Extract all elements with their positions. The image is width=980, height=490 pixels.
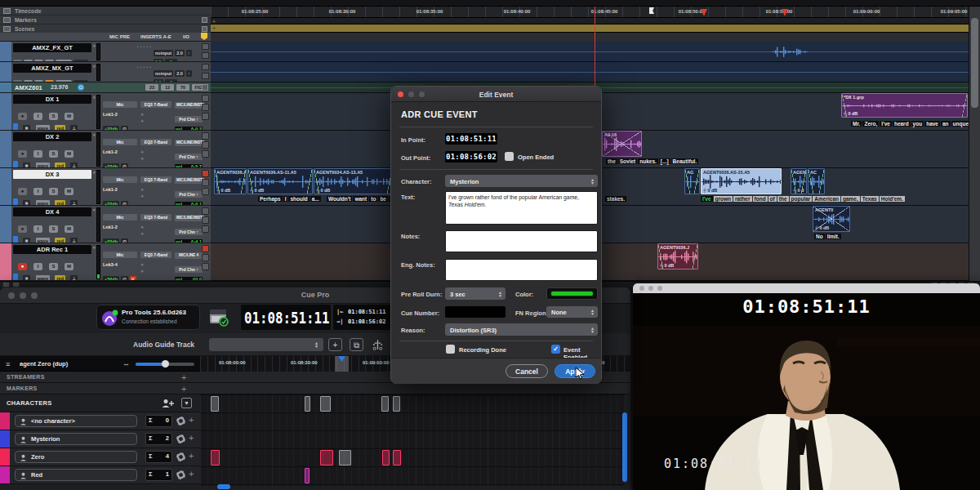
markers-row[interactable]: MARKERS+ (0, 383, 630, 394)
duplicate-cue-button[interactable]: ⧉ (350, 338, 363, 351)
add-character-icon[interactable] (162, 399, 175, 408)
audio-clip[interactable]: AG (684, 168, 700, 194)
split-cue-icon[interactable] (371, 338, 385, 351)
timebase-icon[interactable] (13, 198, 18, 205)
cue-event-block[interactable] (393, 450, 401, 466)
track-chip[interactable]: 23 (145, 84, 158, 91)
insert-plugin-button[interactable]: EQ3 7-Band (140, 139, 172, 145)
view-mode-button[interactable]: wave (36, 275, 50, 281)
add-button[interactable] (202, 150, 209, 158)
automation-mode-button[interactable]: red (55, 163, 65, 168)
track-header-adr-rec-1[interactable]: ADR Rec 1▾●ISM ✳ wave red ⊥Mic Lnk3-4 +5… (0, 243, 211, 281)
add-cue-icon[interactable]: + (189, 433, 194, 443)
audio-clip[interactable]: AGENT0036.J ╪ 0 dB (657, 243, 698, 270)
add-cue-icon[interactable]: + (189, 415, 194, 425)
track-header-dx-2[interactable]: DX 2▾●ISM ✳ wave red ⊥Mic Lnk1-2 +22db∅E… (0, 131, 211, 168)
add-cue-button[interactable]: + (328, 338, 342, 351)
io-output-button[interactable]: Prd Chn ↑ (175, 229, 203, 235)
track-header-amxz_mx_gt[interactable]: AMXZ_MX_GT▾●ISMwavereadnoinput2.0↑0.0◂ 0… (0, 62, 211, 82)
character-name-pill[interactable]: Zero (15, 451, 137, 463)
lane-amxz_fx_gt[interactable] (211, 42, 969, 62)
audio-guide-track-select[interactable]: ▲▼ (209, 338, 323, 351)
cue-event-block[interactable] (320, 450, 333, 466)
track-name[interactable]: DX 3 (13, 170, 91, 179)
edit-bottom-tool-icon[interactable] (12, 282, 20, 287)
add-cue-icon[interactable]: + (189, 469, 194, 479)
minimize-icon[interactable] (648, 286, 653, 291)
character-name-pill[interactable]: <no character> (15, 415, 137, 427)
sync-icon[interactable]: O (78, 84, 84, 91)
track-header-amxz601[interactable]: AMXZ60123.976O231270FIG (0, 82, 211, 93)
notes-field[interactable] (445, 230, 598, 252)
track-menu-caret[interactable]: ▾ (93, 64, 96, 69)
track-end-button[interactable] (202, 64, 209, 70)
markers-add-icon[interactable]: + (212, 19, 216, 24)
insert-plugin-button[interactable]: EQ3 7-Band (140, 252, 172, 258)
recording-done-checkbox[interactable] (446, 345, 455, 354)
elastic-icon[interactable]: ✳ (23, 238, 30, 243)
output-icon[interactable]: ⊥ (70, 275, 78, 281)
cue-event-block[interactable] (339, 450, 351, 466)
io-output-button[interactable]: Prd Chn ↑ (175, 266, 203, 273)
character-row-nocharacter[interactable]: <no character>Σ0+ (0, 412, 200, 430)
h-zoom-icon[interactable]: ↔ (122, 359, 130, 368)
zoom-slider[interactable] (136, 363, 194, 366)
ruler-option-icon[interactable] (202, 26, 207, 32)
scenes-lane[interactable] (211, 24, 969, 33)
cue-event-block[interactable] (211, 396, 219, 412)
edit-vertical-scrollbar[interactable] (969, 7, 980, 281)
output-icon[interactable]: ⊥ (70, 163, 78, 168)
add-button[interactable] (202, 188, 209, 195)
elastic-icon[interactable]: ✳ (23, 275, 30, 281)
audio-clip[interactable]: AGENT0036.AS-11.A5 ╪ 0 dB (247, 168, 313, 194)
character-row-Red[interactable]: RedΣ1+ (0, 466, 200, 484)
ruler-row-markers[interactable]: Markers (0, 16, 211, 24)
cue-event-block[interactable] (305, 396, 310, 412)
audio-clip[interactable]: AGENT0034.AS-13.A5 ╪ 0 dB (314, 168, 393, 194)
route-up-icon[interactable]: ↑ (186, 70, 192, 77)
playlist-button[interactable] (202, 141, 209, 149)
eng-notes-field[interactable] (445, 259, 598, 281)
insert-plugin-button[interactable]: EQ3 7-Band (140, 101, 172, 108)
track-header-dx-3[interactable]: DX 3▾●ISM ✳ wave red ⊥Mic Lnk1-2 +22db∅E… (0, 168, 211, 206)
window-button[interactable] (202, 245, 209, 252)
audio-clip[interactable]: A3-16 (602, 131, 642, 157)
lane-amxz_mx_gt[interactable] (211, 62, 969, 82)
ruler-option-icon[interactable] (202, 17, 207, 23)
cue-event-block[interactable] (211, 450, 220, 466)
io-input-button[interactable]: MIC/LINE 4 (175, 252, 203, 259)
add-button[interactable] (202, 113, 209, 120)
close-icon[interactable] (639, 286, 644, 291)
automation-mode-button[interactable]: red (55, 275, 65, 281)
dialog-titlebar[interactable]: Edit Event (391, 87, 601, 102)
view-mode-button[interactable]: wave (36, 200, 50, 206)
filter-icon[interactable]: ▼ (181, 398, 192, 408)
character-select[interactable]: Mysterion▲▼ (445, 175, 598, 187)
insert-plugin-button[interactable]: EQ3 7-Band (140, 176, 172, 183)
audio-clip[interactable]: AGENT0 ╪ 0 dB (813, 206, 850, 232)
window-button[interactable] (202, 170, 209, 177)
track-menu-caret[interactable]: ▾ (93, 170, 96, 175)
clapperboard-sync-icon[interactable] (208, 306, 229, 327)
in-point-field[interactable]: 01:08:51:11 (445, 133, 497, 145)
track-name[interactable]: DX 4 (13, 207, 91, 216)
gear-icon[interactable] (176, 434, 185, 443)
audio-clip[interactable]: AGEN ╪ 0 d (791, 168, 807, 194)
audio-clip[interactable]: *DX 1.grp ╪ 0 dB (841, 93, 968, 118)
track-menu-caret[interactable]: ▾ (93, 245, 96, 250)
markers-lane[interactable] (211, 18, 969, 24)
timebase-icon[interactable] (13, 161, 18, 167)
track-chip[interactable]: 12 (161, 84, 174, 91)
track-name[interactable]: AMXZ_FX_GT (13, 43, 91, 52)
track-options-icon[interactable]: ≡ (6, 360, 10, 368)
output-icon[interactable]: ⊥ (70, 238, 78, 243)
window-button[interactable] (202, 95, 209, 102)
track-end-button[interactable] (202, 52, 209, 59)
track-menu-caret[interactable]: ▾ (93, 207, 96, 212)
character-name-pill[interactable]: Mysterion (15, 433, 137, 445)
character-row-Zero[interactable]: ZeroΣ4+ (0, 448, 200, 466)
timecode-ruler[interactable]: 01:08:25:0001:08:30:0001:08:35:0001:08:4… (211, 7, 969, 18)
track-name[interactable]: AMXZ_MX_GT (13, 64, 91, 73)
ruler-row-timecode[interactable]: Timecode (0, 7, 211, 16)
audio-clip[interactable]: AGENT0036.A ╪ 0 dB (214, 168, 247, 194)
